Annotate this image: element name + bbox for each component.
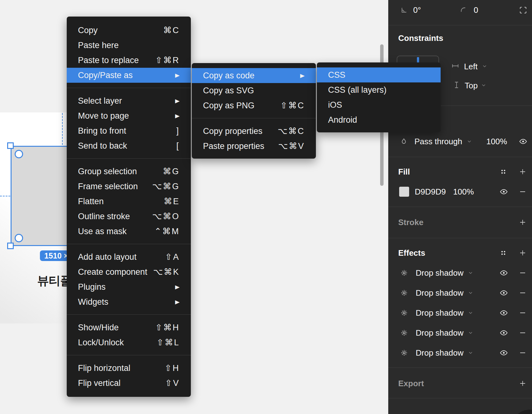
effect-row[interactable]: Drop shadow xyxy=(388,325,532,340)
add-stroke-icon[interactable] xyxy=(519,219,526,226)
drop-shadow-icon[interactable] xyxy=(400,289,408,297)
menu-item-flip-vertical[interactable]: Flip vertical⇧V xyxy=(67,376,191,391)
selection-handle-top-left[interactable] xyxy=(7,142,14,149)
menu-item-add-auto-layout[interactable]: Add auto layout⇧A xyxy=(67,249,191,264)
menu-item-paste-properties[interactable]: Paste properties⌥⌘V xyxy=(192,139,316,154)
canvas[interactable]: 1510 × 1 뷰티풀슈 xyxy=(0,0,388,414)
eye-icon[interactable] xyxy=(500,309,508,317)
eye-icon[interactable] xyxy=(500,289,508,297)
menu-item-android[interactable]: Android xyxy=(317,112,441,127)
fill-color-swatch[interactable] xyxy=(399,187,409,197)
menu-item-bring-to-front[interactable]: Bring to front] xyxy=(67,123,191,138)
eye-icon[interactable] xyxy=(519,138,527,145)
menu-item-label: Copy properties xyxy=(203,126,278,136)
menu-item-label: CSS xyxy=(328,70,429,80)
menu-item-copy-as-svg[interactable]: Copy as SVG xyxy=(192,83,316,98)
drop-shadow-icon[interactable] xyxy=(400,269,408,277)
menu-item-flip-horizontal[interactable]: Flip horizontal⇧H xyxy=(67,361,191,376)
menu-item-flatten[interactable]: Flatten⌘E xyxy=(67,194,191,209)
fill-opacity-value[interactable]: 100% xyxy=(453,187,474,197)
add-effect-icon[interactable] xyxy=(519,249,526,257)
blend-mode-icon[interactable] xyxy=(400,138,408,145)
effect-type-select[interactable]: Drop shadow xyxy=(416,308,463,318)
eye-icon[interactable] xyxy=(500,329,508,337)
add-fill-icon[interactable] xyxy=(519,168,526,175)
drop-shadow-icon[interactable] xyxy=(400,309,408,317)
styles-icon[interactable] xyxy=(500,249,507,257)
eye-icon[interactable] xyxy=(500,349,508,357)
effect-row[interactable]: Drop shadow xyxy=(388,285,532,300)
effect-type-select[interactable]: Drop shadow xyxy=(416,288,463,298)
menu-item-paste-to-replace[interactable]: Paste to replace⇧⌘R xyxy=(67,53,191,68)
effect-type-select[interactable]: Drop shadow xyxy=(416,348,463,358)
styles-icon[interactable] xyxy=(500,168,507,175)
chevron-down-icon xyxy=(468,350,473,356)
rotation-value[interactable]: 0° xyxy=(413,5,421,15)
menu-item-create-component[interactable]: Create component⌥⌘K xyxy=(67,264,191,279)
remove-effect-icon[interactable] xyxy=(519,329,526,337)
menu-item-send-to-back[interactable]: Send to back[ xyxy=(67,138,191,153)
drop-shadow-icon[interactable] xyxy=(400,329,408,337)
rotation-icon xyxy=(400,7,408,14)
menu-item-ios[interactable]: iOS xyxy=(317,97,441,112)
effect-row[interactable]: Drop shadow xyxy=(388,305,532,320)
menu-item-paste-here[interactable]: Paste here xyxy=(67,38,191,53)
layer-opacity-value[interactable]: 100% xyxy=(486,137,507,146)
menu-item-copy[interactable]: Copy⌘C xyxy=(67,23,191,38)
menu-item-label: Flatten xyxy=(78,197,164,206)
menu-item-copy-properties[interactable]: Copy properties⌥⌘C xyxy=(192,124,316,139)
menu-item-shortcut: ⇧H xyxy=(165,363,180,373)
menu-item-select-layer[interactable]: Select layer▶ xyxy=(67,93,191,108)
menu-item-copy-paste-as[interactable]: Copy/Paste as▶ xyxy=(67,68,191,83)
add-export-icon[interactable] xyxy=(519,380,526,387)
menu-item-show-hide[interactable]: Show/Hide⇧⌘H xyxy=(67,320,191,335)
menu-item-label: Copy xyxy=(78,26,163,35)
menu-item-use-as-mask[interactable]: Use as mask⌃⌘M xyxy=(67,224,191,239)
fill-hex-value[interactable]: D9D9D9 xyxy=(415,187,446,197)
menu-item-copy-as-code[interactable]: Copy as code▶ xyxy=(192,68,316,83)
help-button[interactable] xyxy=(511,410,532,414)
menu-item-label: Show/Hide xyxy=(78,323,155,333)
blend-mode-select[interactable]: Pass through xyxy=(414,137,462,146)
corner-radius-value[interactable]: 0 xyxy=(474,5,478,15)
menu-item-group-selection[interactable]: Group selection⌘G xyxy=(67,164,191,179)
remove-fill-icon[interactable] xyxy=(519,188,526,195)
remove-effect-icon[interactable] xyxy=(519,269,526,277)
corner-radius-handle-top[interactable] xyxy=(15,150,23,158)
menu-item-plugins[interactable]: Plugins▶ xyxy=(67,279,191,294)
remove-effect-icon[interactable] xyxy=(519,289,526,297)
remove-effect-icon[interactable] xyxy=(519,309,526,317)
fill-title: Fill xyxy=(398,167,410,177)
remove-effect-icon[interactable] xyxy=(519,349,526,357)
effect-type-select[interactable]: Drop shadow xyxy=(416,328,463,338)
corner-radius-handle-bottom[interactable] xyxy=(15,234,23,242)
chevron-down-icon xyxy=(468,310,473,316)
fill-header: Fill xyxy=(388,164,532,179)
stroke-title: Stroke xyxy=(398,218,423,227)
fill-row[interactable]: D9D9D9 100% xyxy=(388,184,532,199)
chevron-down-icon xyxy=(481,82,486,88)
menu-item-frame-selection[interactable]: Frame selection⌥⌘G xyxy=(67,179,191,194)
menu-item-move-to-page[interactable]: Move to page▶ xyxy=(67,108,191,123)
horizontal-constraint-select[interactable]: Left xyxy=(464,62,477,71)
independent-corners-icon[interactable] xyxy=(519,6,527,14)
menu-item-shortcut: ⇧⌘C xyxy=(280,101,305,111)
menu-item-label: Lock/Unlock xyxy=(78,338,157,347)
menu-item-css-all-layers[interactable]: CSS (all layers) xyxy=(317,82,441,97)
eye-icon[interactable] xyxy=(500,269,508,277)
eye-icon[interactable] xyxy=(500,188,508,195)
drop-shadow-icon[interactable] xyxy=(400,349,408,357)
menu-item-css[interactable]: CSS xyxy=(317,67,441,82)
selection-handle-bottom-left[interactable] xyxy=(7,243,14,249)
vertical-constraint-select[interactable]: Top xyxy=(465,81,478,91)
constraints-title: Constraints xyxy=(398,33,443,43)
menu-item-copy-as-png[interactable]: Copy as PNG⇧⌘C xyxy=(192,98,316,113)
effect-type-select[interactable]: Drop shadow xyxy=(416,268,463,278)
menu-item-shortcut: ⇧A xyxy=(165,252,180,262)
effect-row[interactable]: Drop shadow xyxy=(388,265,532,280)
menu-item-widgets[interactable]: Widgets▶ xyxy=(67,294,191,309)
effect-row[interactable]: Drop shadow xyxy=(388,345,532,360)
constraint-top-tick[interactable] xyxy=(417,57,419,63)
menu-item-lock-unlock[interactable]: Lock/Unlock⇧⌘L xyxy=(67,335,191,350)
menu-item-outline-stroke[interactable]: Outline stroke⌥⌘O xyxy=(67,209,191,224)
